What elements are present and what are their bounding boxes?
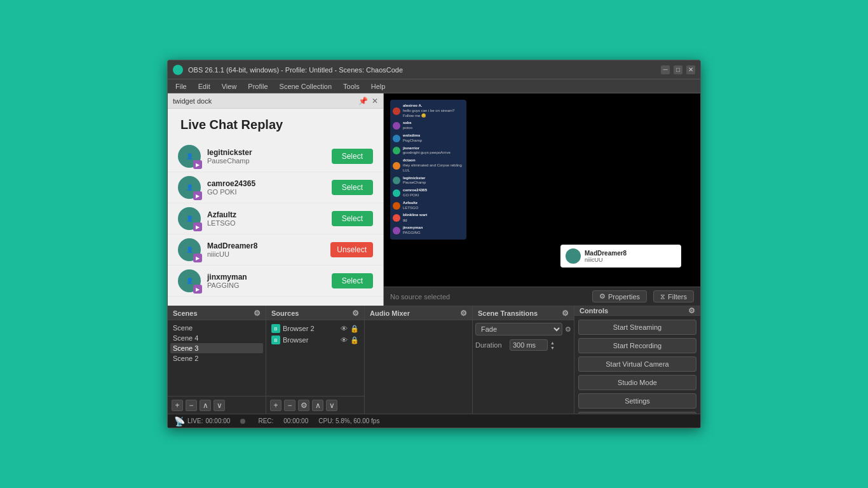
menu-tools[interactable]: Tools [338, 81, 365, 92]
scene-item[interactable]: Scene 4 [170, 333, 263, 343]
select-button[interactable]: Select [332, 211, 373, 226]
duration-input[interactable] [510, 339, 548, 351]
preview-toolbar: No source selected ⚙ Properties ⧖ Filter… [384, 287, 700, 306]
rec-time: 00:00:00 [283, 417, 308, 424]
menu-profile[interactable]: Profile [243, 81, 273, 92]
preview-text: camroe24365GO POKI [403, 188, 427, 198]
preview-chat-item: camroe24365GO POKI [393, 187, 464, 200]
remove-source-button[interactable]: − [284, 400, 295, 411]
chat-info: MadDreamer8 niiicUU [207, 241, 324, 258]
start-streaming-button[interactable]: Start Streaming [578, 320, 696, 335]
settings-button[interactable]: Settings [578, 393, 696, 409]
avatar: 👤 ▶ [178, 238, 201, 261]
add-source-button[interactable]: + [270, 400, 281, 411]
audio-panel-icon: ⚙ [460, 309, 467, 318]
filters-button[interactable]: ⧖ Filters [653, 290, 694, 302]
menu-file[interactable]: File [170, 81, 192, 92]
select-button[interactable]: Select [332, 149, 373, 164]
select-button[interactable]: Select [332, 273, 373, 288]
sources-list: B Browser 2 👁 🔒 B Browser 👁 🔒 [266, 320, 364, 396]
preview-text: legitnicksterPauseChamp [403, 176, 426, 186]
preview-text: wolxdimsPogChamp [403, 133, 422, 144]
spin-up-icon[interactable]: ▲ [550, 341, 555, 345]
close-dock-icon[interactable]: ✕ [372, 97, 378, 105]
source-item: B Browser 👁 🔒 [269, 334, 362, 346]
audio-mixer-panel: Audio Mixer ⚙ [365, 306, 473, 414]
move-source-down-button[interactable]: ∨ [326, 400, 337, 411]
lock-icon[interactable]: 🔒 [350, 336, 359, 344]
selected-username: MadDreamer8 [585, 250, 627, 257]
move-source-up-button[interactable]: ∧ [312, 400, 323, 411]
chat-message: LETSGO [207, 219, 325, 227]
avatar-badge: ▶ [193, 222, 202, 231]
chat-message: PAGGING [207, 281, 325, 289]
no-source-label: No source selected [390, 293, 586, 301]
preview-avatar [393, 227, 400, 234]
avatar-badge: ▶ [193, 254, 202, 262]
gear-icon[interactable]: ⚙ [565, 325, 571, 334]
preview-chat-item: blinkline wartgg [393, 212, 464, 224]
preview-avatar [393, 202, 400, 210]
scene-item[interactable]: Scene [170, 323, 263, 333]
source-name: Browser [283, 336, 308, 344]
preview-chat-item: alexiroo A.hello guys can i be on stream… [393, 102, 464, 119]
scenes-list: Scene Scene 4 Scene 3 Scene 2 [168, 320, 266, 396]
audio-header: Audio Mixer ⚙ [365, 306, 472, 320]
chat-list: 👤 ▶ legitnickster PauseChamp Select 👤 [168, 139, 383, 306]
maximize-button[interactable]: □ [674, 65, 682, 74]
chat-message: niiicUU [207, 250, 324, 258]
eye-icon[interactable]: 👁 [341, 336, 348, 344]
selected-user-overlay: MadDreamer8 niiicUU [560, 245, 681, 268]
scene-item[interactable]: Scene 3 [170, 343, 263, 353]
transition-select[interactable]: Fade Cut Swipe [475, 323, 562, 336]
eye-icon[interactable]: 👁 [341, 325, 348, 333]
pin-icon[interactable]: 📌 [358, 97, 368, 105]
chat-username: legitnickster [207, 148, 325, 157]
avatar-badge: ▶ [193, 285, 202, 294]
chat-info: Azfaultz LETSGO [207, 210, 325, 227]
lock-icon[interactable]: 🔒 [350, 325, 359, 333]
menu-view[interactable]: View [217, 81, 242, 92]
preview-chat-item: jinxmymanPAGGING [393, 224, 464, 237]
move-scene-down-button[interactable]: ∨ [214, 400, 225, 411]
add-scene-button[interactable]: + [172, 400, 183, 411]
list-item: 👤 ▶ legitnickster PauseChamp Select [168, 141, 383, 172]
preview-avatar [393, 214, 400, 222]
move-scene-up-button[interactable]: ∧ [200, 400, 211, 411]
spin-down-icon[interactable]: ▼ [550, 346, 555, 350]
preview-chat-item: legitnicksterPauseChamp [393, 175, 464, 187]
source-settings-button[interactable]: ⚙ [298, 400, 309, 411]
chat-message: GO POKI [207, 188, 325, 196]
studio-mode-button[interactable]: Studio Mode [578, 375, 696, 390]
chat-username: jinxmyman [207, 273, 325, 281]
preview-chat-item: AzfaultzLETSGO [393, 200, 464, 212]
menu-edit[interactable]: Edit [193, 81, 215, 92]
menu-help[interactable]: Help [366, 81, 391, 92]
dock-header: twidget dock 📌 ✕ [168, 93, 383, 109]
sources-footer: + − ⚙ ∧ ∨ [266, 396, 364, 414]
live-label: LIVE: [187, 417, 203, 424]
window-controls: ─ □ ✕ [661, 65, 695, 74]
duration-row: Duration ▲ ▼ [475, 339, 571, 351]
scenes-header: Scenes ⚙ [168, 306, 266, 320]
preview-chat-item: dctaonthey eliminated and Corpse rebling… [393, 157, 464, 174]
bottom-panels: Scenes ⚙ Scene Scene 4 Scene 3 Scene 2 +… [168, 306, 700, 414]
preview-text: jinxmymanPAGGING [403, 226, 423, 236]
properties-button[interactable]: ⚙ Properties [592, 290, 647, 302]
scene-item[interactable]: Scene 2 [170, 353, 263, 363]
audio-content [365, 320, 472, 414]
minimize-button[interactable]: ─ [661, 65, 670, 74]
sources-label: Sources [271, 309, 299, 317]
unselect-button[interactable]: Unselect [330, 242, 373, 257]
close-button[interactable]: ✕ [686, 65, 695, 74]
transitions-label: Scene Transitions [478, 309, 538, 317]
obs-window: OBS 26.1.1 (64-bit, windows) - Profile: … [167, 60, 701, 428]
start-virtual-camera-button[interactable]: Start Virtual Camera [578, 356, 696, 372]
preview-chat-list: alexiroo A.hello guys can i be on stream… [390, 100, 466, 240]
select-button[interactable]: Select [332, 180, 373, 195]
menu-scene-collection[interactable]: Scene Collection [275, 81, 337, 92]
remove-scene-button[interactable]: − [186, 400, 197, 411]
source-controls: 👁 🔒 [341, 325, 359, 333]
dock-header-icons: 📌 ✕ [358, 97, 378, 105]
start-recording-button[interactable]: Start Recording [578, 338, 696, 353]
